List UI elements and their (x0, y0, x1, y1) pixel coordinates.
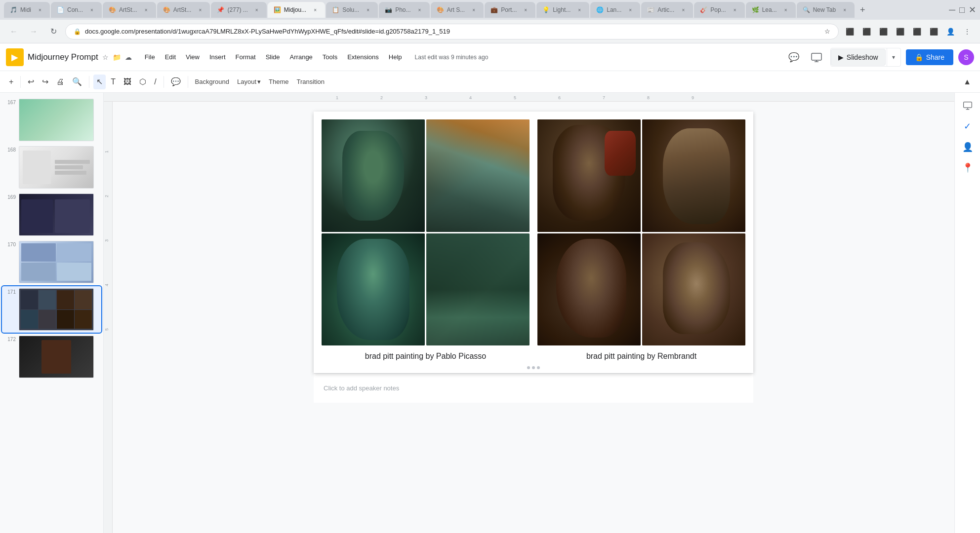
tab-new[interactable]: 🔍 New Tab × (797, 2, 855, 18)
tab-lan[interactable]: 🌐 Lan... × (590, 2, 640, 18)
slide-thumbnail-168[interactable]: 168 (2, 144, 101, 190)
menu-help[interactable]: Help (384, 50, 407, 64)
tab-pho[interactable]: 📷 Pho... × (379, 2, 429, 18)
new-tab-button[interactable]: + (856, 3, 869, 17)
folder-icon[interactable]: 📁 (113, 53, 121, 61)
image-tool[interactable]: 🖼 (121, 75, 134, 89)
slideshow-button[interactable]: ▶ Slideshow (831, 49, 886, 66)
tab-art1[interactable]: 🎨 ArtSt... × (103, 2, 156, 18)
present-icon[interactable] (808, 48, 825, 66)
tab-close-pho[interactable]: × (416, 6, 424, 14)
url-bar[interactable]: 🔒 docs.google.com/presentation/d/1wugxrc… (65, 24, 839, 39)
tab-close-con[interactable]: × (88, 6, 96, 14)
bookmark-icon[interactable]: ☆ (824, 28, 830, 35)
tab-close-art1[interactable]: × (142, 6, 150, 14)
tab-close-lea[interactable]: × (782, 6, 790, 14)
redo-button[interactable]: ↪ (39, 75, 51, 89)
slide-thumbnail-169[interactable]: 169 (2, 191, 101, 238)
menu-edit[interactable]: Edit (160, 50, 181, 64)
slide-thumbnail-171[interactable]: 171 (2, 286, 101, 333)
tab-close-lan[interactable]: × (626, 6, 634, 14)
line-tool[interactable]: / (151, 75, 159, 89)
star-icon[interactable]: ☆ (102, 53, 109, 61)
share-button[interactable]: 🔒 Share (906, 49, 953, 65)
sidebar-check-icon[interactable]: ✓ (959, 117, 977, 135)
menu-tools[interactable]: Tools (318, 50, 342, 64)
extension-icon-1[interactable]: ⬛ (843, 25, 857, 38)
extension-icon-4[interactable]: ⬛ (893, 25, 907, 38)
close-icon[interactable]: ✕ (969, 4, 976, 15)
slide-thumbnail-170[interactable]: 170 (2, 239, 101, 285)
tab-midi[interactable]: 🎵 Midi × (4, 2, 50, 18)
slide-thumbnail-172[interactable]: 172 (2, 334, 101, 380)
cursor-tool[interactable]: ↖ (93, 75, 106, 89)
extension-icon-3[interactable]: ⬛ (876, 25, 890, 38)
layout-dropdown[interactable]: Layout ▾ (234, 75, 264, 89)
extension-icon-5[interactable]: ⬛ (910, 25, 924, 38)
forward-button[interactable]: → (26, 24, 41, 39)
comments-button[interactable]: 💬 (785, 48, 803, 66)
tab-con[interactable]: 📄 Con... × (51, 2, 102, 18)
background-dropdown[interactable]: Background (192, 75, 232, 89)
tab-close-new[interactable]: × (841, 6, 849, 14)
tab-close-midi[interactable]: × (36, 6, 44, 14)
zoom-button[interactable]: 🔍 (69, 75, 85, 89)
theme-dropdown[interactable]: Theme (266, 75, 291, 89)
minimize-icon[interactable]: ─ (949, 5, 955, 15)
tab-lea[interactable]: 🌿 Lea... × (746, 2, 796, 18)
extension-icon-6[interactable]: ⬛ (927, 25, 940, 38)
menu-arrange[interactable]: Arrange (285, 50, 318, 64)
menu-slide[interactable]: Slide (261, 50, 285, 64)
back-button[interactable]: ← (6, 24, 22, 39)
tab-solu[interactable]: 📋 Solu... × (326, 2, 378, 18)
extension-icon-2[interactable]: ⬛ (859, 25, 873, 38)
rembrandt-caption[interactable]: brad pitt painting by Rembrandt (586, 352, 696, 361)
sidebar-slides-icon[interactable] (959, 97, 977, 114)
menu-extensions[interactable]: Extensions (342, 50, 384, 64)
tab-close-solu[interactable]: × (364, 6, 372, 14)
menu-file[interactable]: File (140, 50, 160, 64)
tab-close-art2[interactable]: × (196, 6, 204, 14)
tab-close-port[interactable]: × (522, 6, 530, 14)
undo-button[interactable]: ↩ (25, 75, 37, 89)
tab-close-pin[interactable]: × (253, 6, 261, 14)
tab-close-midjourney[interactable]: × (311, 6, 319, 14)
tab-pop[interactable]: 🎸 Pop... × (694, 2, 744, 18)
profile-icon[interactable]: 👤 (943, 25, 957, 38)
picasso-caption[interactable]: brad pitt painting by Pablo Picasso (365, 352, 486, 361)
canvas-scroll[interactable]: brad pitt painting by Pablo Picasso (113, 102, 954, 533)
tab-close-light[interactable]: × (575, 6, 583, 14)
shape-tool[interactable]: ⬡ (136, 75, 149, 89)
print-button[interactable]: 🖨 (53, 75, 67, 89)
user-avatar[interactable]: S (958, 49, 974, 65)
tab-close-artic[interactable]: × (679, 6, 687, 14)
sidebar-people-icon[interactable]: 👤 (959, 138, 977, 156)
tab-favicon: 💼 (490, 6, 498, 13)
speaker-notes[interactable]: Click to add speaker notes (314, 373, 753, 403)
reload-button[interactable]: ↻ (45, 24, 61, 39)
maximize-icon[interactable]: □ (959, 5, 965, 15)
menu-insert[interactable]: Insert (204, 50, 231, 64)
menu-view[interactable]: View (181, 50, 204, 64)
comment-tool[interactable]: 💬 (168, 75, 184, 89)
menu-format[interactable]: Format (231, 50, 261, 64)
slideshow-dropdown[interactable]: ▾ (887, 48, 900, 66)
transition-dropdown[interactable]: Transition (293, 75, 327, 89)
tab-close-art3[interactable]: × (470, 6, 478, 14)
tab-artic[interactable]: 📰 Artic... × (641, 2, 693, 18)
collapse-toolbar-button[interactable]: ▲ (960, 75, 974, 89)
browser-menu-icon[interactable]: ⋮ (960, 25, 974, 38)
cloud-icon[interactable]: ☁ (125, 53, 132, 61)
tab-port[interactable]: 💼 Port... × (485, 2, 535, 18)
tab-close-pop[interactable]: × (731, 6, 739, 14)
add-button[interactable]: + (6, 75, 16, 89)
tab-art2[interactable]: 🎨 ArtSt... × (157, 2, 210, 18)
slide-thumbnail-167[interactable]: 167 (2, 97, 101, 143)
text-tool[interactable]: T (108, 75, 119, 89)
tab-midjourney[interactable]: 🖼️ Midjou... × (268, 2, 325, 18)
tab-pin[interactable]: 📌 (277) ... × (211, 2, 266, 18)
right-sidebar: ✓ 👤 📍 (954, 93, 980, 533)
tab-light[interactable]: 💡 Light... × (536, 2, 589, 18)
tab-art3[interactable]: 🎨 Art S... × (431, 2, 484, 18)
sidebar-location-icon[interactable]: 📍 (959, 159, 977, 177)
